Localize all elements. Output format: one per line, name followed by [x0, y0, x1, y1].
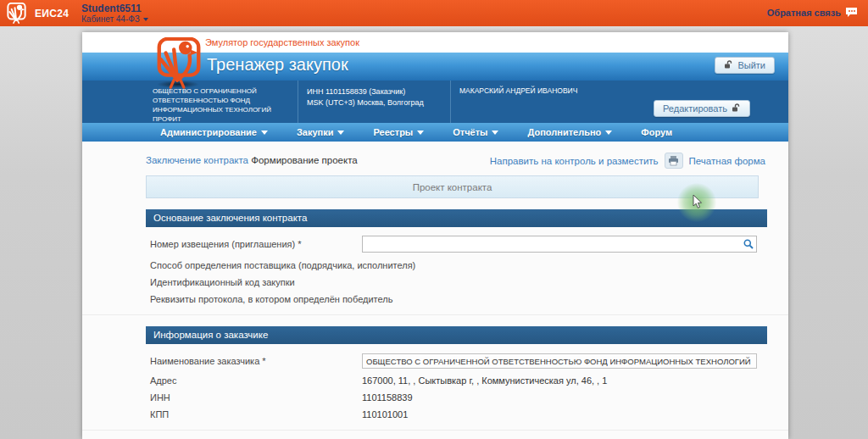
- topbar: ЕИС24 Student6511 Кабинет 44-ФЗ Обратная…: [0, 0, 868, 26]
- customer-name-input[interactable]: [362, 353, 757, 369]
- chevron-down-icon: [261, 131, 268, 135]
- brand-label: ЕИС24: [35, 8, 69, 19]
- nav-label: Форум: [641, 127, 672, 137]
- nav-additional[interactable]: Дополнительно: [527, 127, 612, 137]
- logout-button[interactable]: Выйти: [715, 57, 775, 74]
- trainer-logo-icon: [153, 37, 205, 90]
- search-icon[interactable]: [743, 239, 754, 251]
- nav-reports[interactable]: Отчёты: [453, 127, 498, 137]
- breadcrumb-current: Формирование проекта: [251, 155, 358, 165]
- page-title: Тренажер закупок: [207, 55, 348, 75]
- nav-registries[interactable]: Реестры: [373, 127, 424, 137]
- org-timezone: MSK (UTC+3) Москва, Волгоград: [307, 97, 443, 108]
- field-label: Адрес: [150, 375, 362, 386]
- field-customer-address: Адрес 167000, 11, , Сыктывкар г, , Комму…: [150, 372, 788, 389]
- chevron-down-icon: [337, 131, 344, 135]
- field-purchase-id-code: Идентификационный код закупки: [150, 274, 788, 291]
- field-notice-number: Номер извещения (приглашения) *: [150, 236, 788, 253]
- field-customer-inn: ИНН 1101158839: [150, 389, 788, 406]
- section-basis-fields: Номер извещения (приглашения) * Способ о…: [82, 227, 788, 315]
- main-nav: Администрирование Закупки Реестры Отчёты…: [82, 123, 788, 142]
- customer-inn-value: 1101158839: [362, 392, 413, 403]
- tab-label: Проект контракта: [413, 182, 492, 192]
- org-inn: ИНН 1101158839 (Заказчик): [307, 86, 443, 97]
- logout-label: Выйти: [737, 60, 765, 70]
- nav-administration[interactable]: Администрирование: [160, 127, 268, 137]
- field-label: Реквизиты протокола, в котором определён…: [150, 294, 392, 304]
- submit-control-link[interactable]: Направить на контроль и разместить: [490, 156, 659, 166]
- edit-label: Редактировать: [663, 103, 727, 114]
- feedback-label: Обратная связь: [767, 8, 841, 18]
- nav-label: Отчёты: [453, 127, 487, 137]
- field-label: Номер извещения (приглашения) *: [150, 239, 362, 249]
- toolbar-actions: Направить на контроль и разместить Печат…: [490, 153, 765, 169]
- edit-profile-button[interactable]: Редактировать: [654, 100, 750, 117]
- unlock-icon: [724, 60, 733, 70]
- print-form-link[interactable]: Печатная форма: [689, 156, 765, 166]
- nav-label: Дополнительно: [527, 127, 601, 137]
- tagline: Эмулятор государственных закупок: [205, 37, 359, 47]
- section-customer-fields: Наименование заказчика * Адрес 167000, 1…: [82, 344, 788, 431]
- cabinet-label: Кабинет 44-ФЗ: [81, 14, 140, 24]
- user-name: Student6511: [81, 3, 142, 14]
- chevron-down-icon: [143, 18, 148, 21]
- chat-bubble-icon: [845, 7, 858, 19]
- chevron-down-icon: [605, 131, 612, 135]
- field-label: КПП: [150, 409, 362, 420]
- nav-forum[interactable]: Форум: [641, 127, 672, 137]
- tab-contract-project[interactable]: Проект контракта: [146, 175, 759, 198]
- nav-label: Администрирование: [160, 127, 257, 137]
- chevron-down-icon: [492, 131, 498, 135]
- customer-address-value: 167000, 11, , Сыктывкар г, , Коммунистич…: [362, 375, 607, 386]
- eis24-logo-icon: [5, 3, 28, 24]
- field-customer-name: Наименование заказчика *: [150, 353, 788, 370]
- section-customer-header: Информация о заказчике: [146, 326, 767, 344]
- nav-label: Закупки: [297, 127, 334, 137]
- notice-number-input[interactable]: [362, 236, 757, 253]
- field-label: Способ определения поставщика (подрядчик…: [150, 260, 415, 270]
- org-details: ИНН 1101158839 (Заказчик) MSK (UTC+3) Мо…: [298, 81, 451, 123]
- field-determination-method: Способ определения поставщика (подрядчик…: [150, 257, 788, 274]
- feedback-link[interactable]: Обратная связь: [767, 7, 858, 19]
- chevron-down-icon: [417, 131, 424, 135]
- actions-row: Заключение контракта Формирование проект…: [82, 148, 788, 175]
- main-panel: Эмулятор государственных закупок Тренаже…: [82, 32, 788, 439]
- cabinet-dropdown[interactable]: Кабинет 44-ФЗ: [81, 14, 148, 24]
- breadcrumb: Заключение контракта Формирование проект…: [146, 155, 358, 165]
- breadcrumb-contract-link[interactable]: Заключение контракта: [146, 155, 248, 165]
- field-label: Идентификационный код закупки: [150, 277, 295, 287]
- printer-icon[interactable]: [665, 153, 683, 169]
- field-protocol-details: Реквизиты протокола, в котором определён…: [150, 291, 788, 308]
- nav-label: Реестры: [373, 127, 413, 137]
- customer-kpp-value: 110101001: [362, 409, 408, 420]
- nav-purchases[interactable]: Закупки: [297, 127, 345, 137]
- unlock-icon: [732, 103, 741, 114]
- field-label: Наименование заказчика *: [150, 356, 362, 366]
- field-customer-kpp: КПП 110101001: [150, 406, 788, 423]
- field-label: ИНН: [150, 392, 362, 403]
- app-root: ЕИС24 Student6511 Кабинет 44-ФЗ Обратная…: [0, 0, 868, 439]
- section-basis-header: Основание заключения контракта: [146, 209, 767, 227]
